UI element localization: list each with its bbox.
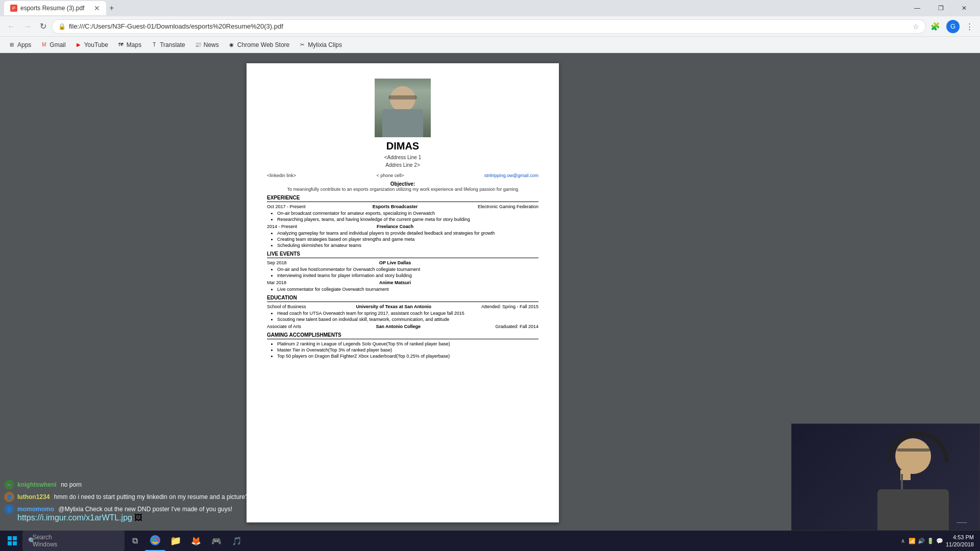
- taskbar-search[interactable]: 🔍 Search Windows: [22, 531, 125, 551]
- title-bar: P esports Resume (3).pdf ✕ + — ❐ ✕: [0, 0, 980, 16]
- resume-photo: [375, 79, 431, 137]
- window-controls: — ❐ ✕: [905, 0, 976, 16]
- bookmark-mylixia-clips[interactable]: ✂ Mylixia Clips: [295, 40, 346, 50]
- new-tab-button[interactable]: +: [109, 4, 114, 13]
- experience-row-1: Oct 2017 - Present Esports Broadcaster E…: [267, 204, 538, 209]
- bookmark-chrome-web-store[interactable]: ◉ Chrome Web Store: [224, 40, 294, 50]
- chat-text-1: no porn: [61, 481, 82, 488]
- chat-icon-2: 👤: [4, 492, 14, 502]
- gaming-bullet-3: Top 50 players on Dragon Ball FighterZ X…: [277, 354, 538, 359]
- education-section-title: EDUCATION: [267, 295, 538, 302]
- gaming-bullet-1: Platinum 2 ranking in League of Legends …: [277, 341, 538, 346]
- back-button[interactable]: ←: [4, 19, 18, 34]
- tray-network[interactable]: 📶: [908, 537, 916, 545]
- svg-rect-3: [13, 541, 17, 545]
- tab-close-button[interactable]: ✕: [94, 4, 100, 12]
- edu1-institution: University of Texas at San Antonio: [356, 304, 431, 309]
- taskbar-app-1[interactable]: 🦊: [186, 531, 206, 551]
- chat-username-2: luthon1234: [17, 493, 50, 500]
- tray-icons: ∧ 📶 🔊 🔋 💬: [899, 537, 944, 545]
- menu-button[interactable]: ⋮: [963, 19, 976, 34]
- chat-username-1: knightswheni: [17, 481, 57, 488]
- edu2-date: Graduated: Fall 2014: [495, 324, 538, 329]
- bookmark-chrome-web-store-label: Chrome Web Store: [237, 41, 290, 48]
- task-view-button[interactable]: ⧉: [125, 531, 145, 551]
- experience-row-2: 2014 - Present Freelance Coach: [267, 224, 538, 229]
- event1-name: OP Live Dallas: [313, 260, 477, 265]
- bookmark-translate[interactable]: T Translate: [146, 40, 189, 50]
- edu1-bullet-2: Scouting new talent based on individual …: [277, 317, 538, 322]
- exp2-bullet-1: Analyzing gameplay for teams and individ…: [277, 231, 538, 236]
- event2-date: Mar 2018: [267, 280, 313, 285]
- taskbar-app-3[interactable]: 🎵: [227, 531, 247, 551]
- app2-icon: 🎮: [211, 536, 222, 546]
- svg-rect-2: [8, 541, 12, 545]
- minimize-button[interactable]: —: [905, 0, 929, 16]
- bookmark-news-label: News: [204, 41, 219, 48]
- event1-date: Sep 2018: [267, 260, 313, 265]
- pdf-page: DIMAS <Address Line 1 Addres Line 2> <li…: [247, 63, 559, 522]
- pdf-container[interactable]: DIMAS <Address Line 1 Addres Line 2> <li…: [210, 53, 595, 551]
- start-button[interactable]: [2, 531, 22, 551]
- tray-up-arrow[interactable]: ∧: [899, 537, 907, 545]
- resume-email[interactable]: str8ripping.ow@gmail.com: [484, 173, 538, 178]
- event1-bullet-2: Interviewing invited teams for player in…: [277, 273, 538, 278]
- bookmark-mylixia-clips-label: Mylixia Clips: [308, 41, 342, 48]
- news-icon: 📰: [194, 41, 202, 48]
- task-view-icon: ⧉: [130, 536, 140, 546]
- file-explorer-icon: 📁: [170, 536, 181, 546]
- exp1-bullet-2: Researching players, teams, and having k…: [277, 217, 538, 222]
- browser-tab[interactable]: P esports Resume (3).pdf ✕: [4, 1, 106, 15]
- extensions-button[interactable]: 🧩: [928, 19, 943, 34]
- taskbar-clock[interactable]: 4:53 PM 11/20/2018: [946, 534, 974, 548]
- exp2-bullet-2: Creating team strategies based on player…: [277, 237, 538, 242]
- taskbar-date: 11/20/2018: [946, 541, 974, 548]
- app3-icon: 🎵: [232, 536, 242, 546]
- forward-button[interactable]: →: [20, 19, 35, 34]
- bookmark-news[interactable]: 📰 News: [190, 40, 223, 50]
- tray-battery[interactable]: 🔋: [926, 537, 935, 545]
- event1-org: [477, 260, 538, 265]
- exp1-bullet-1: On-air broadcast commentator for amateur…: [277, 211, 538, 216]
- objective-text: To meaningfully contribute to an esports…: [267, 187, 538, 192]
- webcam-person: ——: [792, 424, 979, 530]
- tab-favicon: P: [10, 5, 17, 12]
- taskbar-app-2[interactable]: 🎮: [206, 531, 227, 551]
- tray-volume[interactable]: 🔊: [917, 537, 925, 545]
- svg-rect-1: [13, 536, 17, 540]
- bookmark-star-button[interactable]: ☆: [913, 22, 919, 31]
- chat-link-3[interactable]: https://i.imgur.com/x1arWTL.jpg: [17, 513, 132, 522]
- bookmark-gmail-label: Gmail: [50, 41, 65, 48]
- gmail-icon: M: [40, 41, 47, 48]
- close-button[interactable]: ✕: [952, 0, 976, 16]
- resume-name: DIMAS: [267, 140, 538, 152]
- bookmark-youtube[interactable]: ▶ YouTube: [71, 40, 112, 50]
- tray-notification[interactable]: 💬: [936, 537, 944, 545]
- profile-avatar: G: [946, 20, 960, 33]
- taskbar-file-explorer[interactable]: 📁: [165, 531, 186, 551]
- translate-icon: T: [151, 41, 158, 48]
- profile-button[interactable]: G: [944, 17, 962, 36]
- chat-message-2: 👤 luthon1234 hmm do i need to start putt…: [4, 492, 261, 502]
- exp2-role: Freelance Coach: [313, 224, 477, 229]
- exp2-bullets: Analyzing gameplay for teams and individ…: [267, 231, 538, 248]
- webcam-overlay: ——: [791, 423, 980, 531]
- bookmark-apps[interactable]: ⊞ Apps: [4, 40, 35, 50]
- bookmark-gmail[interactable]: M Gmail: [36, 40, 69, 50]
- bookmark-maps[interactable]: 🗺 Maps: [113, 40, 145, 50]
- refresh-button[interactable]: ↻: [37, 18, 50, 34]
- gaming-title-prefix: GAM: [267, 332, 279, 338]
- address-bar[interactable]: 🔒 file:///C:/Users/N3F-Guest-01/Download…: [52, 19, 926, 34]
- maximize-button[interactable]: ❐: [929, 0, 952, 16]
- taskbar-chrome[interactable]: [145, 531, 165, 551]
- chat-text-3: @Mylixia Check out the new DND poster I'…: [58, 506, 232, 513]
- resume-header: DIMAS <Address Line 1 Addres Line 2>: [267, 79, 538, 169]
- event2-name: Anime Matsuri: [313, 280, 477, 285]
- mylixia-clips-icon: ✂: [299, 41, 306, 48]
- taskbar-search-label: Search Windows: [40, 536, 50, 546]
- edu2-institution: San Antonio College: [376, 324, 421, 329]
- svg-rect-0: [8, 536, 12, 540]
- chrome-web-store-icon: ◉: [228, 41, 235, 48]
- edu1-date: Attended: Spring - Fall 2015: [481, 304, 538, 309]
- app1-icon: 🦊: [191, 536, 201, 546]
